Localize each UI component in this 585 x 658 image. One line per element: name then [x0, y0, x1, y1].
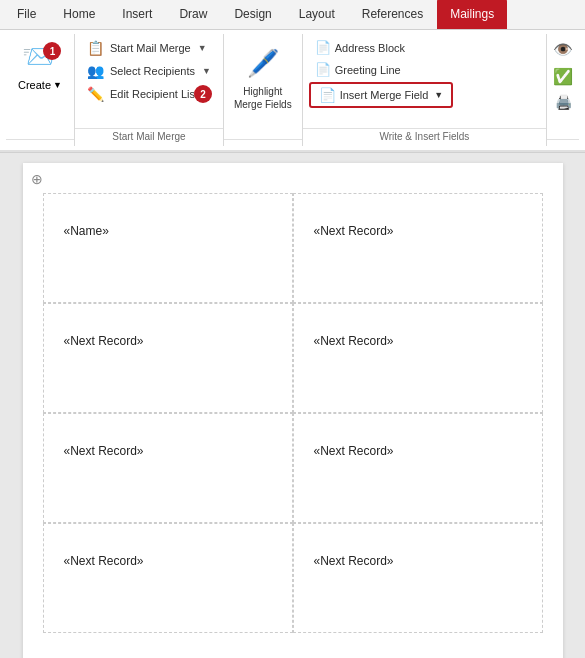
create-icon: 📨 1 — [22, 40, 57, 73]
start-group-label: Start Mail Merge — [75, 128, 223, 146]
merge-field-next-2: «Next Record» — [64, 334, 272, 348]
address-block-btn[interactable]: 📄 Address Block — [309, 38, 411, 57]
edit-recipient-icon: ✏️ — [87, 86, 105, 102]
tab-references[interactable]: References — [349, 0, 436, 29]
start-mail-merge-group: 📋 Start Mail Merge ▼ 👥 Select Recipients… — [75, 34, 224, 146]
greeting-line-btn[interactable]: 📄 Greeting Line — [309, 60, 407, 79]
label-cell-0-1: «Next Record» — [293, 193, 543, 303]
merge-field-next-1: «Next Record» — [314, 224, 522, 238]
tab-bar: File Home Insert Draw Design Layout Refe… — [0, 0, 585, 30]
create-label[interactable]: Create — [18, 79, 51, 91]
write-group-label: Write & Insert Fields — [303, 128, 546, 146]
address-block-icon: 📄 — [315, 40, 331, 55]
extra-group: 👁️ ✅ 🖨️ — [547, 34, 579, 146]
insert-merge-field-btn[interactable]: 📄 Insert Merge Field ▼ — [309, 82, 454, 108]
merge-field-next-7: «Next Record» — [314, 554, 522, 568]
label-cell-2-1: «Next Record» — [293, 413, 543, 523]
select-recipients-arrow: ▼ — [202, 66, 211, 76]
insert-merge-icon: 📄 — [319, 87, 336, 103]
badge-1: 1 — [43, 42, 61, 60]
select-recipients-icon: 👥 — [87, 63, 105, 79]
highlight-group: 🖊️ HighlightMerge Fields — [224, 34, 303, 146]
create-group: 📨 1 Create ▼ — [6, 34, 75, 146]
tab-file[interactable]: File — [4, 0, 49, 29]
merge-field-next-6: «Next Record» — [64, 554, 272, 568]
merge-field-next-4: «Next Record» — [64, 444, 272, 458]
start-mail-merge-btn[interactable]: 📋 Start Mail Merge ▼ — [81, 38, 213, 58]
document-area: ⊕ «Name» «Next Record» «Next Record» «Ne… — [0, 153, 585, 658]
write-insert-group: 📄 Address Block 📄 Greeting Line 📄 Insert… — [303, 34, 547, 146]
tab-design[interactable]: Design — [221, 0, 284, 29]
check-btn[interactable]: ✅ — [551, 65, 575, 88]
ribbon-container: File Home Insert Draw Design Layout Refe… — [0, 0, 585, 153]
create-dropdown-icon[interactable]: ▼ — [53, 80, 62, 90]
merge-field-name: «Name» — [64, 224, 272, 238]
badge-2: 2 — [194, 85, 212, 103]
preview-btn[interactable]: 👁️ — [551, 38, 575, 61]
highlight-label[interactable]: HighlightMerge Fields — [234, 85, 292, 111]
label-cell-2-0: «Next Record» — [43, 413, 293, 523]
create-group-label — [6, 139, 74, 146]
edit-recipient-list-btn[interactable]: ✏️ Edit Recipient List 2 — [81, 84, 204, 104]
extra-group-label — [547, 139, 579, 146]
insert-merge-dropdown-icon[interactable]: ▼ — [434, 90, 443, 100]
tab-mailings[interactable]: Mailings — [437, 0, 507, 29]
start-mail-merge-arrow: ▼ — [198, 43, 207, 53]
label-cell-1-0: «Next Record» — [43, 303, 293, 413]
tab-layout[interactable]: Layout — [286, 0, 348, 29]
merge-field-next-3: «Next Record» — [314, 334, 522, 348]
label-grid: «Name» «Next Record» «Next Record» «Next… — [23, 183, 563, 643]
tab-draw[interactable]: Draw — [166, 0, 220, 29]
highlight-group-label — [224, 139, 302, 146]
highlight-icon: 🖊️ — [247, 48, 279, 79]
label-cell-3-0: «Next Record» — [43, 523, 293, 633]
start-mail-merge-icon: 📋 — [87, 40, 105, 56]
finish-btn[interactable]: 🖨️ — [553, 92, 574, 112]
tab-home[interactable]: Home — [50, 0, 108, 29]
ribbon-toolbar: 📨 1 Create ▼ 📋 Start Mail Merge ▼ 👥 — [0, 30, 585, 152]
document-page: ⊕ «Name» «Next Record» «Next Record» «Ne… — [23, 163, 563, 658]
label-cell-1-1: «Next Record» — [293, 303, 543, 413]
tab-insert[interactable]: Insert — [109, 0, 165, 29]
label-cell-0-0: «Name» — [43, 193, 293, 303]
label-cell-3-1: «Next Record» — [293, 523, 543, 633]
greeting-line-icon: 📄 — [315, 62, 331, 77]
move-handle[interactable]: ⊕ — [31, 171, 43, 187]
select-recipients-btn[interactable]: 👥 Select Recipients ▼ — [81, 61, 217, 81]
merge-field-next-5: «Next Record» — [314, 444, 522, 458]
